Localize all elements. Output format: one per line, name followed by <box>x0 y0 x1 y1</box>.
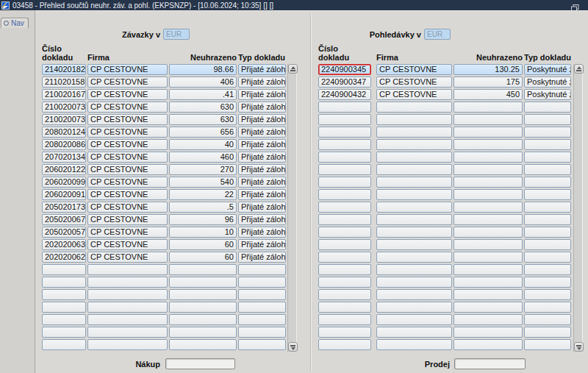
table-row[interactable]: 2240900347CP CESTOVNE175Poskytnuté zálo <box>318 77 571 89</box>
cell-type[interactable] <box>524 339 571 350</box>
cell-amount[interactable]: 270 <box>169 164 237 175</box>
cell-type[interactable]: Přijaté zálohové <box>238 214 286 225</box>
cell-type[interactable]: Přijaté zálohové <box>238 177 286 188</box>
cell-amount[interactable] <box>453 177 523 188</box>
cell-firma[interactable]: CP CESTOVNE <box>376 77 452 88</box>
table-row[interactable]: 2060201221CP CESTOVNE270Přijaté zálohové <box>42 164 286 177</box>
cell-firma[interactable] <box>376 302 452 313</box>
table-row[interactable] <box>318 252 571 264</box>
cell-doc[interactable] <box>318 289 371 300</box>
cell-amount[interactable]: 60 <box>169 252 237 263</box>
cell-doc[interactable]: 2060200990 <box>42 177 86 188</box>
table-row[interactable] <box>318 339 571 352</box>
table-row[interactable] <box>318 239 571 252</box>
cell-doc[interactable] <box>318 239 371 250</box>
cell-type[interactable] <box>524 214 571 225</box>
cell-amount[interactable]: .41 <box>169 89 237 100</box>
cell-firma[interactable] <box>376 339 452 350</box>
cell-doc[interactable]: 2100201676 <box>42 89 86 100</box>
cell-amount[interactable] <box>169 302 237 313</box>
cell-amount[interactable]: 175 <box>453 77 523 88</box>
cell-doc[interactable] <box>318 302 371 313</box>
cell-type[interactable]: Přijaté zálohové <box>238 152 286 163</box>
cell-amount[interactable] <box>453 314 523 325</box>
pohledavky-scrollbar[interactable] <box>573 64 583 352</box>
cell-firma[interactable]: CP CESTOVNE <box>87 189 168 200</box>
cell-firma[interactable] <box>376 264 452 275</box>
cell-amount[interactable]: 630 <box>169 114 237 125</box>
cell-type[interactable] <box>238 339 286 350</box>
table-row[interactable]: 2050200670CP CESTOVNE96Přijaté zálohové <box>42 214 286 227</box>
cell-firma[interactable] <box>87 339 168 350</box>
cell-firma[interactable] <box>87 289 168 300</box>
cell-firma[interactable]: CP CESTOVNE <box>87 64 168 75</box>
cell-amount[interactable]: 656 <box>169 127 237 138</box>
cell-doc[interactable] <box>42 289 86 300</box>
cell-doc[interactable]: 2240900432 <box>318 89 371 100</box>
scroll-up-button[interactable] <box>574 64 584 74</box>
cell-doc[interactable]: 2060201221 <box>42 164 86 175</box>
table-row[interactable] <box>318 289 571 302</box>
cell-firma[interactable]: CP CESTOVNE <box>87 177 168 188</box>
cell-doc[interactable]: 2100200735 <box>42 114 86 125</box>
cell-firma[interactable] <box>376 314 452 325</box>
cell-type[interactable] <box>524 102 571 113</box>
cell-amount[interactable] <box>453 214 523 225</box>
cell-doc[interactable] <box>318 252 371 263</box>
cell-type[interactable]: Poskytnuté zálo <box>524 89 571 100</box>
cell-amount[interactable] <box>169 264 237 275</box>
cell-doc[interactable] <box>318 152 371 163</box>
cell-type[interactable] <box>238 302 286 313</box>
cell-firma[interactable]: CP CESTOVNE <box>376 64 452 75</box>
cell-firma[interactable]: CP CESTOVNE <box>87 164 168 175</box>
cell-doc[interactable] <box>318 214 371 225</box>
cell-amount[interactable]: 540 <box>169 177 237 188</box>
table-row[interactable]: 2240900345CP CESTOVNE130.25Poskytnuté zá… <box>318 64 571 77</box>
zavazky-currency-field[interactable]: EUR <box>163 29 190 40</box>
cell-firma[interactable] <box>376 152 452 163</box>
table-row[interactable] <box>42 289 286 302</box>
cell-doc[interactable] <box>318 339 371 350</box>
cell-amount[interactable] <box>453 252 523 263</box>
cell-doc[interactable] <box>42 277 86 288</box>
cell-firma[interactable] <box>376 164 452 175</box>
table-row[interactable] <box>318 102 571 114</box>
cell-firma[interactable] <box>376 277 452 288</box>
cell-type[interactable]: Přijaté zálohové <box>238 89 286 100</box>
cell-doc[interactable] <box>318 327 371 338</box>
cell-type[interactable] <box>238 327 286 338</box>
cell-doc[interactable] <box>318 177 371 188</box>
table-row[interactable]: 2070201348CP CESTOVNE460Přijaté zálohové <box>42 152 286 164</box>
cell-doc[interactable]: 2060200914 <box>42 189 86 200</box>
cell-amount[interactable] <box>453 339 523 350</box>
cell-type[interactable]: Přijaté zálohové <box>238 114 286 125</box>
table-row[interactable] <box>318 114 571 127</box>
cell-type[interactable] <box>238 289 286 300</box>
table-row[interactable] <box>42 327 286 339</box>
cell-firma[interactable] <box>376 252 452 263</box>
table-row[interactable]: 2240900432CP CESTOVNE450Poskytnuté zálo <box>318 89 571 102</box>
cell-amount[interactable] <box>453 327 523 338</box>
cell-doc[interactable] <box>318 139 371 150</box>
cell-type[interactable] <box>524 139 571 150</box>
cell-amount[interactable] <box>453 289 523 300</box>
cell-amount[interactable] <box>169 327 237 338</box>
cell-doc[interactable]: 2070201348 <box>42 152 86 163</box>
cell-type[interactable] <box>524 277 571 288</box>
cell-firma[interactable] <box>376 177 452 188</box>
cell-doc[interactable]: 2050200575 <box>42 227 86 238</box>
cell-amount[interactable] <box>169 339 237 350</box>
table-row[interactable] <box>318 152 571 164</box>
cell-doc[interactable]: 2100200736 <box>42 102 86 113</box>
cell-firma[interactable] <box>87 314 168 325</box>
cell-amount[interactable] <box>453 189 523 200</box>
cell-firma[interactable]: CP CESTOVNE <box>87 227 168 238</box>
cell-doc[interactable]: 2020200629 <box>42 252 86 263</box>
cell-doc[interactable] <box>318 264 371 275</box>
scroll-down-button[interactable] <box>574 342 584 352</box>
cell-firma[interactable] <box>376 214 452 225</box>
cell-firma[interactable] <box>376 114 452 125</box>
cell-type[interactable]: Přijaté zálohové <box>238 252 286 263</box>
cell-firma[interactable]: CP CESTOVNE <box>87 202 168 213</box>
cell-amount[interactable]: 98.66 <box>169 64 237 75</box>
